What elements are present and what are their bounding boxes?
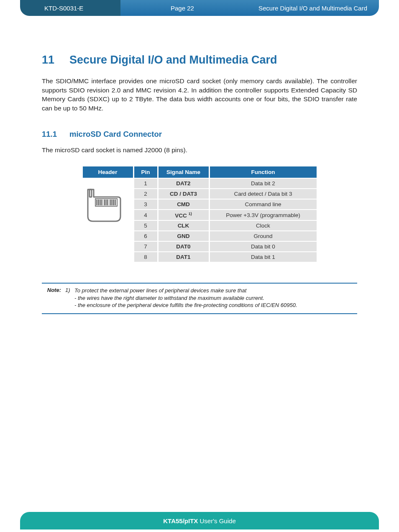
svg-rect-11	[115, 200, 116, 205]
footer-text: KTA55/pITX User's Guide	[163, 517, 235, 524]
note-number: 1)	[65, 287, 74, 309]
note-line2: - the wires have the right diameter to w…	[74, 295, 264, 301]
svg-rect-0	[90, 189, 92, 197]
section-heading: 11Secure Digital I/O and Multimedia Card	[42, 54, 357, 66]
svg-rect-8	[110, 200, 111, 205]
cell-function: Ground	[210, 231, 317, 241]
cell-function: Command line	[210, 200, 317, 209]
cell-pin: 2	[134, 189, 157, 199]
note-line3: - the enclosure of the peripheral device…	[74, 302, 297, 308]
pin-table: Header Pin Signal Name Function	[82, 166, 318, 263]
cell-function: Clock	[210, 221, 317, 230]
page-header: KTD-S0031-E Page 22 Secure Digital I/O a…	[20, 0, 379, 16]
subsection-heading: 11.1microSD Card Connector	[42, 130, 357, 139]
svg-rect-2	[98, 200, 99, 205]
svg-rect-3	[100, 200, 101, 205]
cell-function: Data bit 1	[210, 252, 317, 262]
cell-function: Card detect / Data bit 3	[210, 189, 317, 199]
cell-function: Data bit 2	[210, 179, 317, 188]
note-label: Note:	[42, 287, 65, 309]
subsection-body-text: The microSD card socket is named J2000 (…	[42, 146, 357, 154]
cell-signal: DAT0	[159, 242, 209, 251]
header-diagram-cell	[83, 179, 133, 262]
subsection-number: 11.1	[42, 130, 69, 139]
section-number: 11	[42, 54, 69, 66]
section-body-text: The SDIO/MMC interface provides one micr…	[42, 77, 357, 113]
cell-signal-text: VCC	[175, 212, 187, 218]
subsection-title: microSD Card Connector	[69, 130, 162, 138]
table-header-row: Header Pin Signal Name Function	[83, 166, 317, 178]
cell-signal: GND	[159, 231, 209, 241]
svg-rect-7	[107, 200, 108, 205]
note-text: To protect the external power lines of p…	[74, 287, 297, 309]
th-pin: Pin	[134, 166, 157, 178]
page-content: 11Secure Digital I/O and Multimedia Card…	[0, 16, 399, 314]
svg-rect-10	[113, 200, 114, 205]
cell-signal: CLK	[159, 221, 209, 230]
svg-rect-4	[101, 200, 102, 205]
header-chapter-title: Secure Digital I/O and Multimedia Card	[258, 5, 379, 12]
note-line1: To protect the external power lines of p…	[74, 287, 246, 294]
header-page-number: Page 22	[120, 5, 194, 12]
cell-signal: DAT2	[159, 179, 209, 188]
th-header: Header	[83, 166, 133, 178]
cell-pin: 1	[134, 179, 157, 188]
table-row: 1 DAT2 Data bit 2	[83, 179, 317, 188]
header-doc-code: KTD-S0031-E	[44, 5, 83, 12]
th-function: Function	[210, 166, 317, 178]
cell-function: Data bit 0	[210, 242, 317, 251]
cell-function: Power +3.3V (programmable)	[210, 210, 317, 220]
cell-signal: VCC 1)	[159, 210, 209, 220]
cell-pin: 8	[134, 252, 157, 262]
svg-rect-9	[111, 200, 113, 205]
cell-pin: 7	[134, 242, 157, 251]
svg-rect-1	[96, 200, 97, 205]
cell-signal: DAT1	[159, 252, 209, 262]
microsd-icon	[84, 187, 124, 225]
cell-signal: CD / DAT3	[159, 189, 209, 199]
cell-pin: 6	[134, 231, 157, 241]
page-footer: KTA55/pITX User's Guide	[20, 512, 379, 529]
header-right-box: Page 22 Secure Digital I/O and Multimedi…	[120, 0, 379, 16]
header-doc-code-box: KTD-S0031-E	[20, 0, 120, 16]
footer-product: KTA55/pITX	[163, 517, 198, 524]
note-block: Note: 1) To protect the external power l…	[42, 283, 357, 314]
cell-pin: 3	[134, 200, 157, 209]
svg-rect-6	[105, 200, 107, 205]
cell-pin: 5	[134, 221, 157, 230]
cell-signal: CMD	[159, 200, 209, 209]
cell-signal-sup: 1)	[189, 212, 192, 216]
pin-table-wrap: Header Pin Signal Name Function	[82, 166, 318, 263]
th-signal: Signal Name	[159, 166, 209, 178]
svg-rect-5	[104, 200, 105, 205]
footer-rest: User's Guide	[198, 517, 235, 524]
cell-pin: 4	[134, 210, 157, 220]
section-title: Secure Digital I/O and Multimedia Card	[69, 54, 277, 66]
